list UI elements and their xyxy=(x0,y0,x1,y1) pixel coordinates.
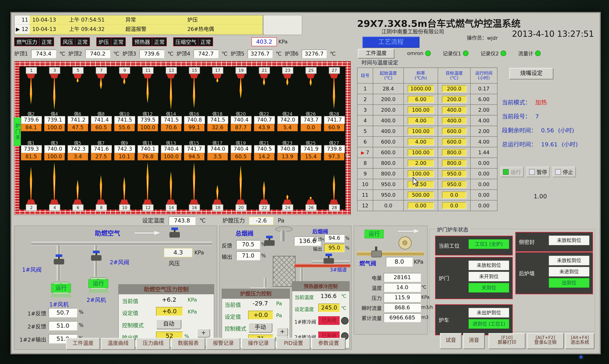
footer-nav-button[interactable]: 压力曲线 xyxy=(136,338,170,350)
top-temp-unit: ℃ xyxy=(168,51,173,57)
burner-number: 6 xyxy=(72,204,84,211)
couple-output-pct: 32.6 xyxy=(207,124,228,131)
couple-output-pct: 70.6 xyxy=(161,124,181,131)
device-indicator: 记录仪2 xyxy=(480,50,506,57)
gas-measure-label: 累计流量 xyxy=(354,314,382,322)
system-button[interactable]: 试音 xyxy=(440,333,462,349)
system-button[interactable]: [Alt+F4] 退出系统 xyxy=(565,333,595,349)
burner-number: 20 xyxy=(236,204,247,211)
system-button-label: 登录&注销 xyxy=(528,340,563,345)
target-temp[interactable]: 0.0 xyxy=(438,200,470,211)
footer-nav-button[interactable]: 报警记录 xyxy=(206,338,240,350)
segment-number: 1 xyxy=(357,83,373,94)
alarm-row[interactable]: 11 10-04-13 上午 07:54:51 异常 炉压 xyxy=(14,15,263,25)
schedule-table[interactable]: 段号起始温度(℃)斜率(℃/h)目标温度(℃)运行时间(小时) 1 28.4 1… xyxy=(357,67,497,211)
schedule-row[interactable]: 12 0.0 0.00 0.0 0.00 xyxy=(357,200,497,211)
top-temp-value: 739.6 xyxy=(139,50,164,58)
couple-temp: 741.6 xyxy=(91,145,112,153)
ramp-rate[interactable]: 1000.00 xyxy=(404,83,438,94)
alarm-row[interactable]: ▶ 12 10-04-13 上午 09:44:32 超温报警 26#热电偶 xyxy=(14,25,263,34)
ch-cur-unit: Pa xyxy=(276,301,282,306)
ramp-rate[interactable]: 100.00 xyxy=(404,126,438,136)
flame-icon xyxy=(145,78,150,103)
target-temp[interactable]: 800.0 xyxy=(438,158,470,169)
checkbox-square-icon xyxy=(555,169,561,175)
bp-value: 7 xyxy=(535,113,539,120)
process-flow-button[interactable]: 工艺流程 xyxy=(362,37,419,48)
schedule-row[interactable]: 11 950.0 500.00 0.0 0.00 xyxy=(357,190,497,200)
target-temp[interactable]: 800.0 xyxy=(438,147,470,158)
schedule-row[interactable]: ▶ 7 600.0 100.00 800.0 1.44 xyxy=(357,147,497,158)
state-checkbox[interactable]: 停止 xyxy=(553,167,576,177)
schedule-row[interactable]: 3 200.0 100.00 400.0 2.00 xyxy=(357,104,497,115)
footer-nav-button[interactable]: 参数设置 xyxy=(312,338,345,350)
target-temp[interactable]: 200.0 xyxy=(438,83,470,94)
schedule-row[interactable]: 10 950.0 0.50 950.0 0.00 xyxy=(357,179,497,190)
ramp-rate[interactable]: 6.00 xyxy=(404,94,438,104)
top-temp-value: 742.7 xyxy=(194,50,218,58)
top-temp: 炉顶6 3276.7 ℃ xyxy=(285,50,338,58)
status-item: 预热器 正常 xyxy=(132,37,167,46)
checkbox-label: 停止 xyxy=(563,168,573,176)
alarm-list[interactable]: 11 10-04-13 上午 07:54:51 异常 炉压 ▶ 12 10-04… xyxy=(14,15,263,35)
system-button[interactable]: [ALT+F2] 登录&注销 xyxy=(527,333,564,349)
ph-set-value[interactable]: 245.0 xyxy=(318,304,340,312)
footer-nav-button[interactable]: PID设置 xyxy=(277,338,310,350)
ramp-rate[interactable]: 500.00 xyxy=(404,190,438,200)
green-dot-icon xyxy=(425,51,431,56)
target-temp[interactable]: 600.0 xyxy=(438,126,470,136)
piece-temp-button[interactable]: 工件温度 xyxy=(358,49,395,59)
state-checkbox[interactable]: 暂停 xyxy=(527,167,550,177)
air-pressure-box: 4.3 xyxy=(164,248,193,257)
schedule-row[interactable]: 8 800.0 2.00 800.0 0.00 xyxy=(357,158,497,169)
schedule-row[interactable]: 1 28.4 1000.00 200.0 0.17 xyxy=(357,83,497,94)
target-temp[interactable]: 400.0 xyxy=(438,104,470,115)
burner-icon xyxy=(236,74,245,78)
footer-nav-button[interactable]: 操作记录 xyxy=(241,338,275,350)
fan2-run-state: 运行 xyxy=(88,279,108,288)
air-set-value[interactable]: +6.0 xyxy=(156,307,183,316)
air-feedback-row: 2#反馈 51.0 % xyxy=(16,321,87,330)
ramp-rate[interactable]: 100.00 xyxy=(404,104,438,115)
ch-mode-button[interactable]: 手动 xyxy=(248,323,272,333)
ch-plus-button[interactable]: + xyxy=(277,327,288,336)
air-mode-button[interactable]: 自动 xyxy=(156,319,181,329)
ramp-rate[interactable]: 0.50 xyxy=(404,179,438,190)
footer-nav-button[interactable]: 温度曲线 xyxy=(101,338,135,350)
target-temp[interactable]: 950.0 xyxy=(438,169,470,179)
state-checkbox[interactable]: 运行 xyxy=(500,167,524,177)
footer-nav-button[interactable]: 数据报表 xyxy=(171,338,205,350)
ramp-rate[interactable]: 2.00 xyxy=(404,158,438,169)
system-button[interactable]: 消音 xyxy=(463,333,485,349)
schedule-row[interactable]: 9 800.0 100.00 950.0 0.00 xyxy=(357,169,497,179)
ramp-rate[interactable]: 4.00 xyxy=(404,115,438,126)
top-temp: 炉顶3 739.6 ℃ xyxy=(122,50,176,58)
burner-number: 15 xyxy=(189,67,200,74)
ramp-rate[interactable]: 4.00 xyxy=(404,136,438,147)
schedule-row[interactable]: 2 200.0 6.00 200.0 6.00 xyxy=(357,94,497,104)
target-temp[interactable]: 600.0 xyxy=(438,136,470,147)
gas-measurement-row: 累计流量 6966.685 m3 xyxy=(354,313,427,322)
system-button[interactable]: [F10] 屏幕打印 xyxy=(489,333,525,349)
target-temp[interactable]: 200.0 xyxy=(438,94,470,104)
segment-number: 12 xyxy=(357,200,373,211)
ramp-rate[interactable]: 100.00 xyxy=(404,147,438,158)
couple-temp: 740.8 xyxy=(277,145,298,153)
schedule-row[interactable]: 6 600.0 4.00 600.0 4.00 xyxy=(357,136,497,147)
ch-set-value[interactable]: +0.0 xyxy=(248,311,273,320)
burner-icon xyxy=(260,74,268,78)
ch-set-label: 设定值 xyxy=(225,314,241,320)
ramp-rate[interactable]: 100.00 xyxy=(404,169,438,179)
couple-output-pct: 10.1 xyxy=(114,153,135,160)
couple-output-pct: 27.5 xyxy=(91,153,111,160)
ramp-rate[interactable]: 0.00 xyxy=(404,200,438,211)
schedule-row[interactable]: 4 400.0 4.00 400.0 4.00 xyxy=(357,115,497,126)
footer-nav-button[interactable]: 工件温度 xyxy=(66,338,100,350)
schedule-row[interactable]: 5 400.0 100.00 600.0 2.00 xyxy=(357,126,497,136)
burner-icon xyxy=(50,74,59,78)
target-temp[interactable]: 950.0 xyxy=(438,179,470,190)
air-plus-button[interactable]: + xyxy=(197,329,210,338)
target-temp[interactable]: 400.0 xyxy=(438,115,470,126)
target-temp[interactable]: 0.0 xyxy=(438,190,470,200)
burner-settings-button[interactable]: 烧嘴设定 xyxy=(509,68,553,79)
